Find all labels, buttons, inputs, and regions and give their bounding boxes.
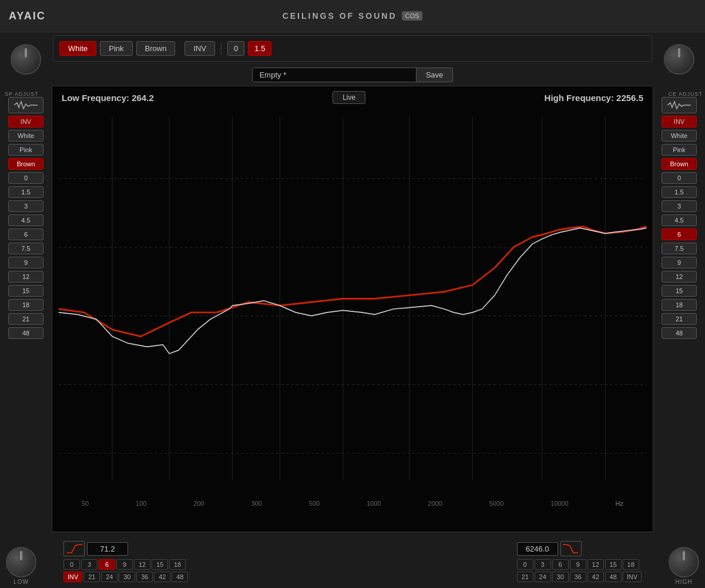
high-slope-row1: 0 3 6 9 12 15 18 [517, 559, 642, 570]
high-slope-30[interactable]: 30 [552, 572, 569, 582]
right-val-12[interactable]: 12 [662, 271, 697, 283]
bottom-left-controls: 71.2 0 3 6 9 12 15 18 INV 21 24 30 36 42… [63, 541, 188, 582]
right-val-18[interactable]: 18 [662, 299, 697, 311]
toolbar-inv-btn[interactable]: INV [184, 41, 215, 56]
left-val-4-5[interactable]: 4.5 [8, 214, 43, 226]
high-slope-0[interactable]: 0 [517, 559, 533, 570]
high-slope-15[interactable]: 15 [605, 559, 622, 570]
low-slope-6[interactable]: 6 [99, 559, 115, 570]
left-val-6[interactable]: 6 [8, 229, 43, 240]
low-freq-value-display[interactable]: 71.2 [87, 542, 128, 556]
right-top-knob[interactable] [664, 44, 694, 75]
low-slope-48[interactable]: 48 [172, 572, 188, 582]
high-freq-value-display[interactable]: 6246.0 [517, 542, 558, 556]
preset-name-input[interactable] [252, 68, 417, 82]
x-label-50: 50 [82, 500, 89, 507]
high-filter-row: 6246.0 [517, 541, 642, 556]
right-val-1-5[interactable]: 1.5 [662, 186, 697, 198]
low-slope-24[interactable]: 24 [101, 572, 118, 582]
app-badge: COS [402, 11, 423, 21]
value-0-btn[interactable]: 0 [227, 41, 244, 56]
right-waveform-btn[interactable] [662, 97, 697, 113]
left-white-btn[interactable]: White [8, 130, 43, 142]
main-content: Save Low Frequency: 264.2 Live High Freq… [52, 68, 653, 536]
low-slope-15[interactable]: 15 [152, 559, 168, 570]
left-val-15[interactable]: 15 [8, 285, 43, 297]
right-inv-btn[interactable]: INV [662, 116, 697, 127]
left-val-1-5[interactable]: 1.5 [8, 186, 43, 198]
left-val-9[interactable]: 9 [8, 257, 43, 268]
high-slope-36[interactable]: 36 [570, 572, 586, 582]
low-slope-12[interactable]: 12 [134, 559, 150, 570]
high-slope-21[interactable]: 21 [517, 572, 533, 582]
highpass-filter-icon[interactable] [63, 541, 85, 556]
high-slope-9[interactable]: 9 [570, 559, 586, 570]
low-slope-0[interactable]: 0 [63, 559, 80, 570]
high-knob[interactable] [669, 547, 699, 577]
left-pink-btn[interactable]: Pink [8, 144, 43, 156]
right-val-15[interactable]: 15 [662, 285, 697, 297]
low-slope-36[interactable]: 36 [136, 572, 153, 582]
low-slope-18[interactable]: 18 [169, 559, 186, 570]
high-slope-12[interactable]: 12 [588, 559, 604, 570]
noise-white-btn[interactable]: White [59, 41, 96, 56]
left-val-7-5[interactable]: 7.5 [8, 243, 43, 254]
value-1-5-btn[interactable]: 1.5 [248, 41, 271, 56]
x-label-5000: 5000 [489, 500, 503, 507]
right-val-21[interactable]: 21 [662, 313, 697, 325]
high-slope-row2: 21 24 30 36 42 48 INV [517, 572, 642, 582]
right-val-48[interactable]: 48 [662, 327, 697, 339]
left-val-3[interactable]: 3 [8, 200, 43, 212]
right-val-9[interactable]: 9 [662, 257, 697, 268]
bottom-section: 71.2 0 3 6 9 12 15 18 INV 21 24 30 36 42… [52, 535, 653, 588]
save-preset-btn[interactable]: Save [417, 68, 454, 82]
low-slope-21[interactable]: 21 [83, 572, 100, 582]
low-slope-42[interactable]: 42 [154, 572, 170, 582]
high-slope-48[interactable]: 48 [605, 572, 622, 582]
noise-pink-btn[interactable]: Pink [100, 41, 132, 56]
x-label-200: 200 [193, 500, 204, 507]
left-inv-btn[interactable]: INV [8, 116, 43, 127]
high-slope-18[interactable]: 18 [623, 559, 639, 570]
right-white-btn[interactable]: White [662, 130, 697, 142]
low-filter-row: 71.2 [63, 541, 188, 556]
chart-header: Low Frequency: 264.2 Live High Frequency… [52, 86, 653, 109]
high-slope-6[interactable]: 6 [552, 559, 569, 570]
left-val-0[interactable]: 0 [8, 172, 43, 184]
left-val-18[interactable]: 18 [8, 299, 43, 311]
left-waveform-btn[interactable] [8, 97, 43, 113]
x-label-500: 500 [309, 500, 320, 507]
low-slope-30[interactable]: 30 [119, 572, 135, 582]
left-brown-btn[interactable]: Brown [8, 158, 43, 170]
chart-area: Low Frequency: 264.2 Live High Frequency… [52, 86, 653, 532]
right-val-3[interactable]: 3 [662, 200, 697, 212]
low-slope-9[interactable]: 9 [116, 559, 133, 570]
frequency-chart: 50 100 200 300 500 1000 2000 5000 10000 … [52, 110, 653, 508]
right-val-4-5[interactable]: 4.5 [662, 214, 697, 226]
high-slope-42[interactable]: 42 [588, 572, 604, 582]
x-label-10000: 10000 [550, 500, 569, 507]
low-slope-inv[interactable]: INV [63, 572, 82, 582]
right-val-6[interactable]: 6 [662, 229, 697, 240]
x-label-100: 100 [136, 500, 146, 507]
high-slope-inv[interactable]: INV [623, 572, 642, 582]
low-slope-row1: 0 3 6 9 12 15 18 [63, 559, 188, 570]
left-val-21[interactable]: 21 [8, 313, 43, 325]
right-pink-btn[interactable]: Pink [662, 144, 697, 156]
left-val-12[interactable]: 12 [8, 271, 43, 283]
live-btn[interactable]: Live [333, 91, 365, 104]
high-slope-3[interactable]: 3 [535, 559, 551, 570]
right-val-0[interactable]: 0 [662, 172, 697, 184]
right-val-7-5[interactable]: 7.5 [662, 243, 697, 254]
chart-svg [52, 110, 653, 508]
noise-brown-btn[interactable]: Brown [136, 41, 176, 56]
low-freq-label: Low Frequency: 264.2 [62, 93, 154, 103]
left-top-knob[interactable] [11, 44, 41, 75]
low-knob[interactable] [6, 547, 36, 577]
high-slope-24[interactable]: 24 [535, 572, 551, 582]
logo: AYAIC [9, 10, 46, 22]
right-brown-btn[interactable]: Brown [662, 158, 697, 170]
left-val-48[interactable]: 48 [8, 327, 43, 339]
lowpass-filter-icon[interactable] [560, 541, 582, 556]
low-slope-3[interactable]: 3 [81, 559, 98, 570]
